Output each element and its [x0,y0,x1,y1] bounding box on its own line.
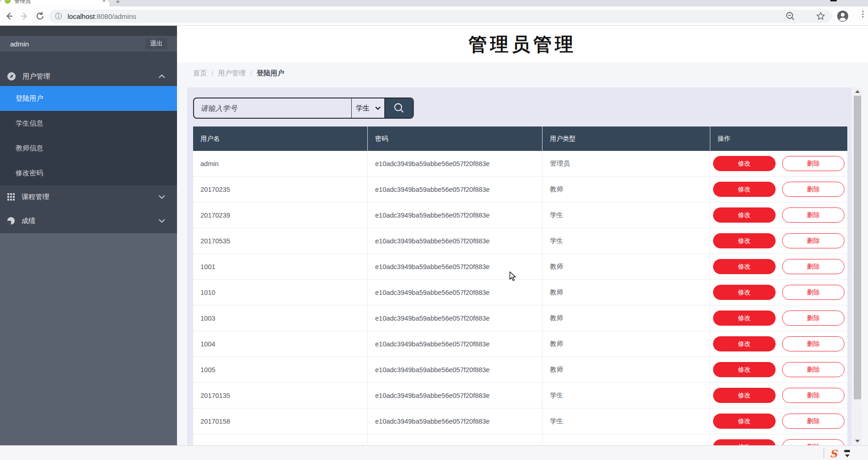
table-row: 1003 e10adc3949ba59abbe56e057f20f883e 教师… [193,305,847,331]
cell-usertype: 管理员 [542,151,710,176]
table-row: 1005 e10adc3949ba59abbe56e057f20f883e 教师… [193,357,847,383]
chevron-down-icon [159,195,165,199]
cell-operations: 修改 删除 [710,408,847,434]
column-header-password: 密码 [368,126,542,151]
delete-button[interactable]: 删除 [782,233,845,248]
search-input[interactable] [194,98,351,118]
window-minimize-button[interactable] [830,0,837,1]
bottom-strip: S [0,445,868,460]
breadcrumb-current: 登陆用户 [257,69,284,78]
mouse-cursor [509,271,517,283]
delete-button[interactable]: 删除 [782,439,845,445]
cell-usertype: 教师 [542,331,710,356]
cell-username: 20170239 [193,202,368,228]
scrollbar-down-arrow[interactable] [853,437,862,445]
sidebar-group-course-management[interactable]: 课程管理 [0,185,177,208]
back-button[interactable] [3,10,15,22]
table-row: 20170135 e10adc3949ba59abbe56e057f20f883… [193,383,847,408]
cell-password: e10adc3949ba59abbe56e057f20f883e [368,305,542,331]
edit-button[interactable]: 修改 [713,310,776,326]
scrollbar-up-arrow[interactable] [853,87,862,96]
delete-button[interactable]: 删除 [782,414,845,429]
sidebar-item-change-password[interactable]: 修改密码 [0,161,177,185]
column-header-username: 用户名 [193,126,368,151]
browser-menu-icon[interactable]: ⋮ [859,9,867,19]
tab-favicon-icon [5,0,11,4]
delete-button[interactable]: 删除 [782,336,845,351]
sidebar-group-scores[interactable]: 成绩 [0,208,177,233]
pie-circle-icon [7,217,15,225]
delete-button[interactable]: 删除 [782,182,845,197]
cell-usertype: 教师 [542,357,710,382]
delete-button[interactable]: 删除 [782,156,845,171]
cell-username: 20170235 [193,177,368,202]
sidebar-top-strip [0,26,177,36]
forward-button[interactable] [18,10,30,22]
delete-button[interactable]: 删除 [782,285,845,300]
address-bar[interactable]: ⓘ localhost:8080/admins [49,10,832,23]
edit-button[interactable]: 修改 [713,233,776,248]
user-type-select[interactable]: 学生 [351,98,384,118]
delete-button[interactable]: 删除 [782,207,845,223]
edit-button[interactable]: 修改 [713,362,776,377]
table-row: 修改 删除 [193,434,847,445]
sidebar-item-login-users[interactable]: 登陆用户 [0,86,177,111]
breadcrumb-user-management[interactable]: 用户管理 [218,69,246,78]
sidebar-group-label: 成绩 [22,217,159,225]
sidebar: admin 退出 用户管理 登陆用户 学生信息 教师信息 修改密码 课程管理 成… [0,26,177,445]
cell-username: admin [193,151,368,176]
cell-operations: 修改 删除 [710,434,847,445]
column-header-usertype: 用户类型 [542,126,710,151]
zoom-out-indicator-icon[interactable] [784,10,796,22]
delete-button[interactable]: 删除 [782,388,845,403]
ime-toolbar-grip[interactable] [823,448,824,458]
edit-button[interactable]: 修改 [713,259,776,274]
cell-password: e10adc3949ba59abbe56e057f20f883e [368,177,542,202]
cell-password: e10adc3949ba59abbe56e057f20f883e [368,228,542,253]
table-row: 1001 e10adc3949ba59abbe56e057f20f883e 教师… [193,254,847,280]
new-tab-button[interactable]: + [116,0,120,5]
sidebar-item-teacher-info[interactable]: 教师信息 [0,136,177,161]
scrollbar-thumb[interactable] [854,96,861,399]
cell-usertype: 教师 [542,305,710,331]
sidebar-group-user-management[interactable]: 用户管理 [0,67,177,86]
site-info-icon[interactable]: ⓘ [55,12,62,21]
logout-button[interactable]: 退出 [146,38,167,49]
bookmark-star-icon[interactable] [815,10,827,22]
search-icon [393,102,405,114]
profile-avatar[interactable] [837,10,849,24]
cell-username [193,434,368,445]
cell-password: e10adc3949ba59abbe56e057f20f883e [368,151,542,176]
vertical-scrollbar[interactable] [853,87,862,445]
reload-button[interactable] [34,10,46,22]
table-row: admin e10adc3949ba59abbe56e057f20f883e 管… [193,151,847,177]
cell-usertype: 学生 [542,383,710,408]
delete-button[interactable]: 删除 [782,259,845,274]
cell-password: e10adc3949ba59abbe56e057f20f883e [368,280,542,305]
edit-button[interactable]: 修改 [713,388,776,403]
tab-close-icon[interactable]: × [102,0,106,4]
sogou-ime-icon[interactable]: S [828,448,839,460]
page-header: 管理员管理 [177,26,868,63]
cell-usertype: 教师 [542,254,710,279]
browser-tab[interactable]: 管理员 × [0,0,109,6]
delete-button[interactable]: 删除 [782,362,845,377]
edit-button[interactable]: 修改 [713,207,776,223]
ime-status-icon[interactable] [844,450,850,452]
sidebar-item-student-info[interactable]: 学生信息 [0,111,177,136]
edit-button[interactable]: 修改 [713,336,776,351]
cell-operations: 修改 删除 [710,383,847,408]
chevron-up-icon [159,75,165,78]
edit-button[interactable]: 修改 [713,182,776,197]
compass-icon [7,72,16,81]
edit-button[interactable]: 修改 [713,156,776,171]
breadcrumb-home[interactable]: 首页 [193,69,207,78]
edit-button[interactable]: 修改 [713,285,776,300]
cell-operations: 修改 删除 [710,331,847,356]
edit-button[interactable]: 修改 [713,414,776,429]
delete-button[interactable]: 删除 [782,310,845,326]
cell-password [368,434,542,445]
search-button[interactable] [384,98,413,118]
edit-button[interactable]: 修改 [713,439,776,445]
search-bar-group: 学生 [193,98,414,119]
